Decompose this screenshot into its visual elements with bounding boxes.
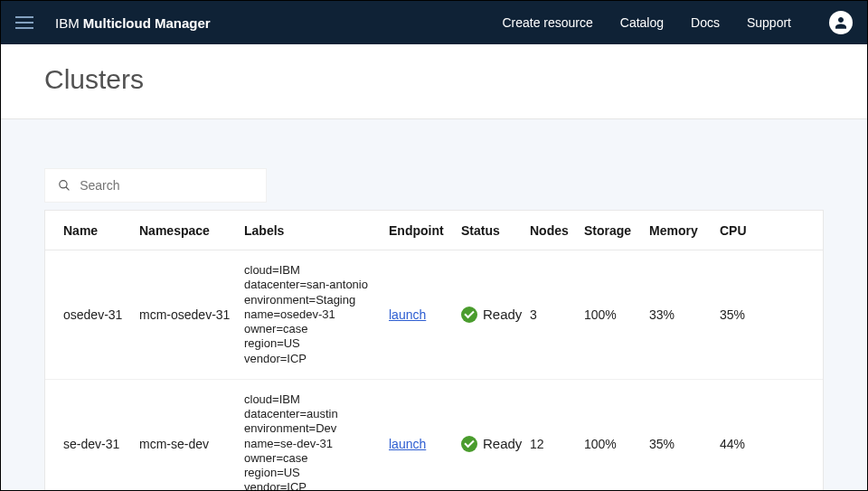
cell-cpu: 35% <box>720 307 783 322</box>
status-ok-icon <box>461 307 477 323</box>
cell-namespace: mcm-osedev-31 <box>139 307 244 322</box>
cell-cpu: 44% <box>720 437 783 451</box>
table-row: osedev-31 mcm-osedev-31 cloud=IBM datace… <box>45 250 823 380</box>
status-text: Ready <box>483 436 522 451</box>
table-header: Name Namespace Labels Endpoint Status No… <box>45 211 823 250</box>
status-text: Ready <box>483 307 522 322</box>
col-nodes: Nodes <box>530 223 584 238</box>
cell-storage: 100% <box>584 307 649 322</box>
svg-line-1 <box>66 187 70 191</box>
brand-prefix: IBM <box>55 15 83 31</box>
endpoint-launch-link[interactable]: launch <box>389 437 426 451</box>
svg-point-0 <box>60 181 67 188</box>
cell-memory: 33% <box>649 307 720 322</box>
col-labels: Labels <box>244 223 389 238</box>
search-icon <box>58 178 71 193</box>
status-ok-icon <box>461 436 477 452</box>
page-title-area: Clusters <box>1 44 867 119</box>
col-cpu: CPU <box>720 223 783 238</box>
nav-catalog[interactable]: Catalog <box>620 15 664 30</box>
cell-labels: cloud=IBM datacenter=san-antonio environ… <box>244 263 389 366</box>
nav-docs[interactable]: Docs <box>691 15 720 30</box>
nav-create-resource[interactable]: Create resource <box>502 15 592 30</box>
col-name: Name <box>63 223 139 238</box>
col-storage: Storage <box>584 223 649 238</box>
col-memory: Memory <box>649 223 720 238</box>
cell-name: osedev-31 <box>63 307 139 322</box>
cell-status: Ready <box>461 436 530 452</box>
clusters-table: Name Namespace Labels Endpoint Status No… <box>44 210 824 491</box>
col-status: Status <box>461 223 530 238</box>
page-title: Clusters <box>44 64 824 95</box>
hamburger-menu-icon[interactable] <box>15 16 33 29</box>
cell-namespace: mcm-se-dev <box>139 437 244 451</box>
nav-support[interactable]: Support <box>747 15 791 30</box>
endpoint-launch-link[interactable]: launch <box>389 307 426 322</box>
col-endpoint: Endpoint <box>389 223 461 238</box>
search-input[interactable] <box>80 178 253 193</box>
brand-main: Multicloud Manager <box>83 15 211 31</box>
search-box[interactable] <box>44 168 267 203</box>
cell-storage: 100% <box>584 437 649 451</box>
cell-memory: 35% <box>649 437 720 451</box>
table-row: se-dev-31 mcm-se-dev cloud=IBM datacente… <box>45 380 823 491</box>
content-area: Name Namespace Labels Endpoint Status No… <box>1 119 867 491</box>
cell-status: Ready <box>461 307 530 323</box>
cell-labels: cloud=IBM datacenter=austin environment=… <box>244 392 389 491</box>
cell-name: se-dev-31 <box>63 437 139 451</box>
col-namespace: Namespace <box>139 223 244 238</box>
header-nav: Create resource Catalog Docs Support <box>502 11 853 34</box>
cell-nodes: 12 <box>530 437 584 451</box>
brand-title: IBM Multicloud Manager <box>55 15 211 31</box>
app-header: IBM Multicloud Manager Create resource C… <box>1 1 867 44</box>
cell-nodes: 3 <box>530 307 584 322</box>
user-avatar-icon[interactable] <box>829 11 853 34</box>
